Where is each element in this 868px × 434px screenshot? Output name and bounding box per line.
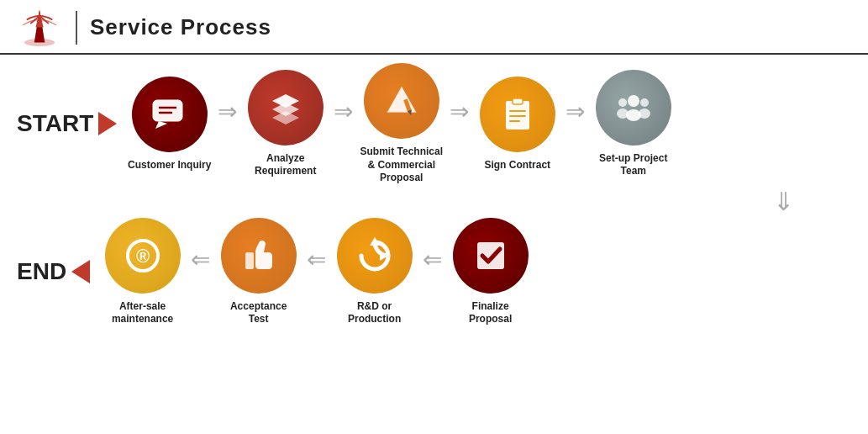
step-sign-contract: Sign Contract <box>469 77 566 172</box>
chat-icon <box>149 93 191 135</box>
step-circle-team <box>596 70 671 146</box>
step-label-acceptance: AcceptanceTest <box>230 300 287 326</box>
svg-point-28 <box>640 98 649 107</box>
svg-marker-13 <box>387 86 417 113</box>
page-header: Service Process <box>0 0 868 55</box>
step-finalize: FinalizeProposal <box>442 218 539 326</box>
arrow-left-icon-1: ⇐ <box>191 246 210 273</box>
connector-3: ⇒ <box>450 98 469 151</box>
svg-point-24 <box>628 95 639 107</box>
start-label: START <box>17 110 117 137</box>
svg-marker-9 <box>155 121 167 129</box>
step-rd-production: R&D orProduction <box>326 218 423 326</box>
connector-1: ⇒ <box>218 98 237 151</box>
step-submit-proposal: Submit Technical& CommercialProposal <box>353 63 450 185</box>
step-circle-customer-inquiry <box>132 77 208 152</box>
connector-bottom-3: ⇐ <box>423 246 442 299</box>
svg-point-29 <box>639 108 650 119</box>
arrow-right-icon-3: ⇒ <box>450 98 469 125</box>
checkbox-icon <box>469 234 513 278</box>
step-label-aftersale: After-sale maintenance <box>97 300 189 326</box>
end-arrow-icon <box>71 260 90 283</box>
step-label-finalize: FinalizeProposal <box>469 300 512 326</box>
bottom-row: END ® After-sale maintenance ⇐ <box>17 218 851 326</box>
arrow-right-icon-1: ⇒ <box>218 98 237 125</box>
step-circle-acceptance <box>221 218 297 294</box>
arrow-left-icon-3: ⇐ <box>423 246 442 273</box>
connector-bottom-1: ⇐ <box>191 246 210 299</box>
step-circle-proposal <box>364 63 439 139</box>
connector-2: ⇒ <box>334 98 353 151</box>
svg-rect-5 <box>153 100 182 121</box>
step-circle-rd <box>337 218 413 294</box>
process-diagram: START Customer Inquiry ⇒ <box>0 63 868 326</box>
step-circle-aftersale: ® <box>105 218 181 294</box>
svg-rect-32 <box>245 252 254 269</box>
step-label-contract: Sign Contract <box>484 159 550 172</box>
arrow-right-icon-4: ⇒ <box>566 98 585 125</box>
connector-4: ⇒ <box>566 98 585 151</box>
svg-rect-20 <box>513 98 523 104</box>
down-connector: ⇓ <box>17 187 851 216</box>
logo <box>17 8 63 46</box>
arrow-left-icon-2: ⇐ <box>307 246 326 273</box>
header-divider <box>76 11 77 45</box>
step-setup-team: Set-up Project Team <box>585 70 681 178</box>
page-title: Service Process <box>90 14 271 40</box>
end-label: END <box>17 258 90 285</box>
step-label-rd: R&D orProduction <box>348 300 401 326</box>
svg-point-26 <box>618 98 627 107</box>
step-label-analyze: Analyze Requirement <box>239 152 332 178</box>
step-acceptance: AcceptanceTest <box>210 218 307 326</box>
step-label-team: Set-up Project Team <box>587 152 680 178</box>
svg-text:®: ® <box>136 246 150 267</box>
svg-point-25 <box>626 109 641 121</box>
layers-icon <box>264 86 308 130</box>
svg-point-27 <box>617 108 629 119</box>
step-circle-finalize <box>453 218 529 294</box>
connector-bottom-2: ⇐ <box>307 246 326 299</box>
svg-marker-12 <box>272 111 299 124</box>
start-arrow-icon <box>98 112 117 135</box>
step-circle-contract <box>480 77 555 152</box>
team-icon <box>612 86 655 130</box>
arrow-right-icon-2: ⇒ <box>334 98 353 125</box>
arrow-down-icon: ⇓ <box>773 187 794 216</box>
step-label-customer-inquiry: Customer Inquiry <box>128 159 211 172</box>
registered-icon: ® <box>121 234 165 278</box>
step-label-proposal: Submit Technical& CommercialProposal <box>360 146 443 185</box>
step-analyze-requirement: Analyze Requirement <box>237 70 334 178</box>
step-customer-inquiry: Customer Inquiry <box>121 77 218 172</box>
thumbsup-icon <box>237 234 281 278</box>
step-circle-analyze <box>248 70 324 146</box>
ruler-icon <box>380 79 423 123</box>
logo-icon <box>17 8 63 46</box>
top-row: START Customer Inquiry ⇒ <box>17 63 851 185</box>
step-aftersale: ® After-sale maintenance <box>94 218 191 326</box>
refresh-icon <box>353 234 397 278</box>
clipboard-icon <box>496 93 539 136</box>
